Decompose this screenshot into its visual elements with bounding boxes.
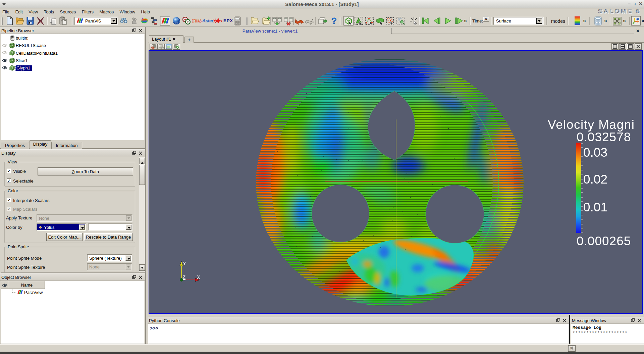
svg-text:Velocity Magni: Velocity Magni <box>548 118 635 132</box>
svg-text:Y: Y <box>183 260 186 266</box>
svg-text:?: ? <box>331 16 337 26</box>
svg-text:0.03: 0.03 <box>583 146 607 159</box>
svg-text:Z: Z <box>182 274 185 280</box>
svg-text:0.02: 0.02 <box>583 172 607 186</box>
svg-text:0.01: 0.01 <box>583 200 607 214</box>
svg-text:0.032578: 0.032578 <box>577 130 631 144</box>
svg-text:X: X <box>197 274 200 280</box>
svg-text:0.000265: 0.000265 <box>577 234 631 248</box>
